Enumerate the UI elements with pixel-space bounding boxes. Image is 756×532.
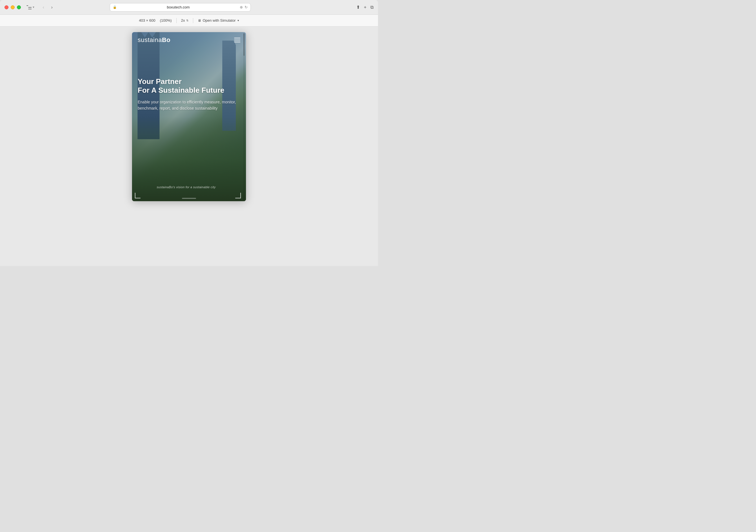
forward-arrow-icon: › <box>51 5 52 10</box>
mobile-navigation: sustainaBo <box>132 32 246 48</box>
dimensions-label: 403 × 600 <box>139 18 155 23</box>
scale-selector[interactable]: 2x ⇅ <box>181 18 189 23</box>
address-bar[interactable]: 🔒 boxutech.com ⊕ ↻ <box>110 3 251 12</box>
scrollbar-track <box>243 33 245 200</box>
separator-1 <box>176 18 176 23</box>
hamburger-line-1 <box>234 38 240 38</box>
browser-window: ▾ ‹ › 🔒 boxutech.com ⊕ ↻ ⬆ + ⧉ 403 × 600 <box>0 0 378 266</box>
corner-bracket-bottom-right <box>235 193 241 198</box>
headline-line-1: Your Partner <box>138 77 182 86</box>
responsive-toolbar: 403 × 600 (100%) 2x ⇅ 🖥 Open with Simula… <box>0 15 378 27</box>
forward-button[interactable]: › <box>48 4 55 11</box>
browser-content: sustainaBo Your Partner For A Sustainabl… <box>0 27 378 266</box>
hamburger-line-2 <box>234 40 240 40</box>
separator-2 <box>193 18 193 23</box>
hamburger-menu-button[interactable] <box>234 38 240 42</box>
simulator-button[interactable]: 🖥 Open with Simulator ▾ <box>198 18 239 23</box>
sidebar-icon <box>27 5 32 9</box>
sidebar-toggle-button[interactable]: ▾ <box>27 5 35 9</box>
traffic-lights <box>5 5 21 9</box>
address-icons: ⊕ ↻ <box>240 5 248 9</box>
scale-arrows-icon: ⇅ <box>186 19 188 22</box>
logo-bold-text: Bo <box>162 36 170 43</box>
browser-titlebar: ▾ ‹ › 🔒 boxutech.com ⊕ ↻ ⬆ + ⧉ <box>0 0 378 15</box>
hamburger-line-3 <box>234 42 240 42</box>
back-arrow-icon: ‹ <box>42 5 44 10</box>
device-scrollbar[interactable] <box>243 32 245 201</box>
zoom-label: (100%) <box>160 18 172 23</box>
hero-subtext: Enable your organization to efficiently … <box>138 99 237 111</box>
url-text: boxutech.com <box>119 5 238 9</box>
sidebar-chevron-icon: ▾ <box>33 5 35 9</box>
minimize-button[interactable] <box>11 5 15 9</box>
reload-icon[interactable]: ↻ <box>245 5 248 9</box>
simulator-chevron-icon: ▾ <box>237 19 239 22</box>
logo: sustainaBo <box>138 36 170 44</box>
simulator-label: Open with Simulator <box>202 18 235 23</box>
share-button[interactable]: ⬆ <box>356 5 360 10</box>
logo-regular-text: sustaina <box>138 36 162 43</box>
monitor-icon: 🖥 <box>198 19 201 23</box>
maximize-button[interactable] <box>17 5 21 9</box>
nav-arrows: ‹ › <box>40 4 55 11</box>
back-button[interactable]: ‹ <box>40 4 47 11</box>
image-caption: sustainaBo's vision for a sustainable ci… <box>132 186 240 189</box>
scale-value: 2x <box>181 18 185 23</box>
browser-right-actions: ⬆ + ⧉ <box>356 5 373 10</box>
hero-content: Your Partner For A Sustainable Future En… <box>138 77 237 112</box>
tabs-button[interactable]: ⧉ <box>370 5 373 10</box>
hero-headline: Your Partner For A Sustainable Future <box>138 77 237 95</box>
mobile-page: sustainaBo Your Partner For A Sustainabl… <box>132 32 246 201</box>
corner-bracket-bottom-left <box>135 193 141 198</box>
device-frame: sustainaBo Your Partner For A Sustainabl… <box>132 32 246 201</box>
new-tab-button[interactable]: + <box>364 5 366 10</box>
headline-line-2: For A Sustainable Future <box>138 86 224 94</box>
lock-icon: 🔒 <box>113 5 117 9</box>
scroll-indicator <box>182 198 196 199</box>
close-button[interactable] <box>5 5 9 9</box>
ar-icon: ⊕ <box>240 5 243 9</box>
